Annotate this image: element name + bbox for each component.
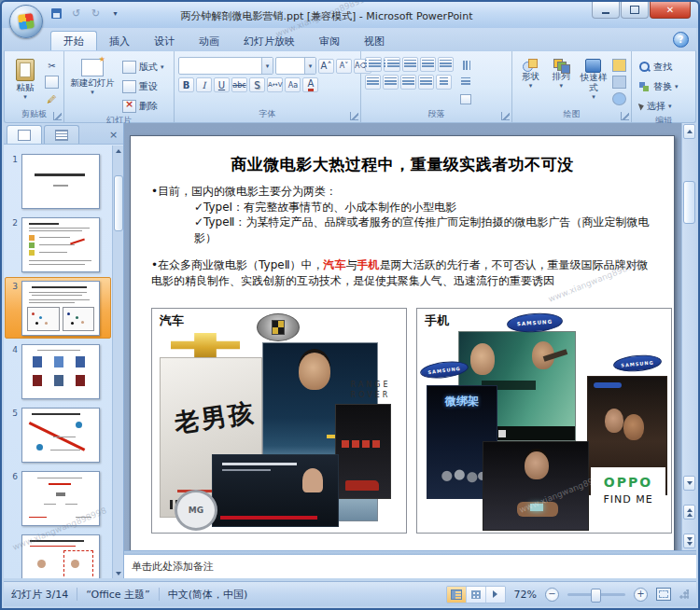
thumbnail-row-3-selected[interactable]: 3	[4, 277, 113, 340]
scroll-down-arrow-icon[interactable]	[113, 568, 123, 578]
new-slide-button[interactable]: 新建幻灯片 ▾	[68, 55, 117, 115]
dialog-launcher-icon[interactable]	[501, 112, 510, 120]
align-left-button[interactable]	[365, 75, 381, 90]
slide-thumbnail-5[interactable]	[21, 408, 100, 463]
slide-thumbnail-6[interactable]	[21, 471, 100, 526]
maximize-button[interactable]	[621, 2, 649, 19]
italic-button[interactable]: I	[196, 77, 212, 92]
thumbnail-row-2[interactable]: 2	[4, 214, 113, 277]
decrease-indent-button[interactable]	[402, 57, 418, 72]
slide-thumbnail-3[interactable]	[21, 281, 100, 336]
bullets-button[interactable]	[365, 57, 382, 72]
bold-button[interactable]: B	[178, 77, 194, 92]
tab-slideshow[interactable]: 幻灯片放映	[231, 32, 307, 50]
thumbnail-row-1[interactable]: 1	[4, 150, 113, 214]
thumbnail-row-7[interactable]	[4, 531, 113, 578]
minimize-button[interactable]	[592, 2, 620, 19]
reset-button[interactable]: 重设	[119, 77, 168, 95]
slide-canvas[interactable]: 商业微电影大热过程中，重量级实践者功不可没 •目前，国内的微电影主要分为两类： …	[124, 123, 681, 550]
panel-scrollbar[interactable]	[112, 146, 123, 578]
shape-effects-button[interactable]	[611, 91, 627, 106]
help-button[interactable]: ?	[673, 32, 689, 48]
dialog-launcher-icon[interactable]	[53, 112, 62, 120]
font-name-combobox[interactable]: ▾	[178, 57, 273, 75]
change-case-button[interactable]: Aa	[285, 77, 301, 92]
align-center-button[interactable]	[383, 75, 399, 90]
justify-button[interactable]	[418, 75, 434, 90]
slides-thumbnails-tab[interactable]	[7, 125, 42, 144]
zoom-slider[interactable]	[567, 593, 625, 596]
character-spacing-button[interactable]: A↔V	[267, 77, 283, 92]
increase-indent-button[interactable]	[420, 57, 436, 72]
thumbnail-row-5[interactable]: 5	[4, 404, 113, 467]
zoom-in-button[interactable]: +	[634, 588, 648, 602]
phone-collage-box[interactable]: 手机 SAMSUNG SAMSUNG SAMSUNG	[416, 308, 672, 534]
shrink-font-button[interactable]: A˅	[336, 59, 352, 74]
paste-button[interactable]: 粘贴 ▾	[8, 55, 42, 108]
align-right-button[interactable]	[400, 75, 416, 90]
font-size-combobox[interactable]: ▾	[275, 57, 316, 75]
scrollbar-thumb[interactable]	[683, 181, 695, 224]
previous-slide-button[interactable]	[683, 505, 695, 520]
shape-fill-button[interactable]	[611, 58, 627, 73]
slide-editing-surface[interactable]: 商业微电影大热过程中，重量级实践者功不可没 •目前，国内的微电影主要分为两类： …	[130, 135, 675, 550]
vertical-scrollbar[interactable]	[681, 123, 696, 550]
slide-thumbnail-7[interactable]	[21, 534, 100, 578]
quick-styles-button[interactable]: 快速样式 ▾	[578, 55, 609, 108]
office-button[interactable]	[9, 5, 43, 38]
font-color-button[interactable]: A	[302, 77, 318, 92]
columns-button[interactable]	[436, 75, 452, 90]
zoom-slider-thumb[interactable]	[591, 589, 601, 603]
line-spacing-button[interactable]	[438, 57, 454, 72]
slideshow-view-button[interactable]	[486, 587, 505, 603]
tab-review[interactable]: 审阅	[307, 32, 352, 50]
car-collage-box[interactable]: 汽车 老男孩 66	[151, 308, 407, 534]
text-shadow-button[interactable]: S	[249, 77, 265, 92]
slide-thumbnail-1[interactable]	[21, 154, 100, 209]
arrange-button[interactable]: 排列 ▾	[547, 55, 576, 108]
close-button[interactable]: ✕	[650, 2, 691, 19]
slide-title[interactable]: 商业微电影大热过程中，重量级实践者功不可没	[131, 154, 674, 175]
layout-button[interactable]: 版式▾	[119, 58, 168, 76]
panel-scrollbar-thumb[interactable]	[114, 175, 123, 231]
qat-customize-button[interactable]: ▾	[107, 7, 123, 21]
strikethrough-button[interactable]: abc	[231, 77, 247, 92]
replace-button[interactable]: 替换▾	[636, 77, 682, 95]
tab-design[interactable]: 设计	[142, 32, 187, 50]
slide-body-text[interactable]: •目前，国内的微电影主要分为两类： ✓TypeⅠ：有完整故事情节的、小成本制作的…	[151, 184, 659, 288]
smartart-button[interactable]	[457, 91, 473, 106]
slide-sorter-view-button[interactable]	[467, 587, 486, 603]
format-painter-button[interactable]: 🖉	[44, 91, 60, 106]
dialog-launcher-icon[interactable]	[621, 112, 629, 120]
scroll-up-arrow-icon[interactable]	[113, 146, 123, 156]
grow-font-button[interactable]: A˄	[318, 59, 334, 74]
shape-outline-button[interactable]	[611, 75, 627, 90]
slide-thumbnail-4[interactable]	[21, 344, 100, 399]
next-slide-button[interactable]	[683, 534, 695, 548]
find-button[interactable]: 查找	[636, 58, 682, 76]
normal-view-button[interactable]	[447, 587, 467, 603]
resize-grip[interactable]	[679, 589, 689, 599]
select-button[interactable]: 选择▾	[636, 97, 682, 115]
copy-button[interactable]	[44, 75, 60, 90]
thumbnail-row-6[interactable]: 6	[4, 467, 113, 531]
delete-slide-button[interactable]: 删除	[119, 97, 168, 115]
shapes-button[interactable]: 形状 ▾	[516, 55, 545, 108]
panel-close-button[interactable]: ×	[106, 128, 120, 142]
tab-animations[interactable]: 动画	[187, 32, 231, 50]
undo-button[interactable]: ↺	[68, 7, 84, 21]
numbering-button[interactable]	[384, 57, 400, 72]
fit-to-window-button[interactable]	[656, 588, 671, 601]
zoom-out-button[interactable]: −	[545, 588, 559, 602]
slide-thumbnail-2[interactable]	[21, 217, 100, 272]
text-direction-button[interactable]	[457, 58, 473, 73]
save-button[interactable]	[49, 7, 64, 21]
tab-view[interactable]: 视图	[352, 32, 397, 50]
tab-home[interactable]: 开始	[50, 31, 97, 50]
cut-button[interactable]: ✂	[44, 58, 60, 73]
redo-button[interactable]: ↻	[88, 7, 104, 21]
scroll-down-arrow-icon[interactable]	[683, 476, 695, 491]
thumbnail-row-4[interactable]: 4	[4, 340, 113, 404]
notes-pane[interactable]: 单击此处添加备注	[124, 555, 696, 578]
scroll-up-arrow-icon[interactable]	[683, 124, 695, 139]
